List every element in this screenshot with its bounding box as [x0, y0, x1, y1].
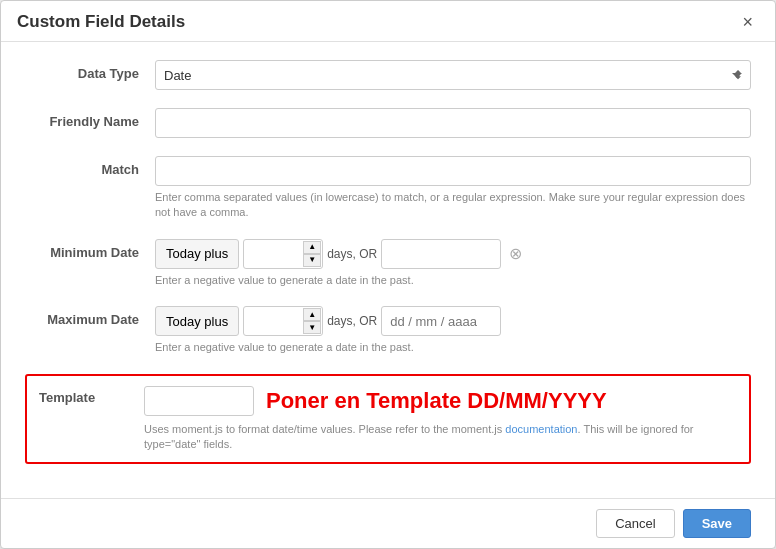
maximum-date-label: Maximum Date [25, 306, 155, 327]
maximum-date-row: Maximum Date Today plus 0 ▲ ▼ days, OR E… [25, 306, 751, 355]
template-content: DD/MM/YYYY Poner en Template DD/MM/YYYY … [144, 386, 737, 453]
friendly-name-input[interactable]: Date [155, 108, 751, 138]
minimum-date-text-input[interactable]: 01 / 01 / 1970 [381, 239, 501, 269]
template-hint: Uses moment.js to format date/time value… [144, 422, 737, 453]
minimum-clear-btn[interactable]: ⊗ [505, 244, 526, 263]
maximum-spinner-down[interactable]: ▼ [303, 321, 321, 334]
close-button[interactable]: × [736, 11, 759, 33]
minimum-spinner-down[interactable]: ▼ [303, 254, 321, 267]
maximum-date-inputs: Today plus 0 ▲ ▼ days, OR [155, 306, 751, 336]
maximum-date-control: Today plus 0 ▲ ▼ days, OR Enter a negati… [155, 306, 751, 355]
data-type-row: Data Type Date Text Number Boolean [25, 60, 751, 90]
dialog-footer: Cancel Save [1, 498, 775, 548]
dialog-body: Data Type Date Text Number Boolean Frien… [1, 42, 775, 498]
friendly-name-label: Friendly Name [25, 108, 155, 129]
minimum-today-plus-btn[interactable]: Today plus [155, 239, 239, 269]
maximum-spinner: ▲ ▼ [303, 308, 321, 334]
minimum-spinner: ▲ ▼ [303, 241, 321, 267]
save-button[interactable]: Save [683, 509, 751, 538]
template-label: Template [39, 386, 144, 405]
data-type-label: Data Type [25, 60, 155, 81]
minimum-date-inputs: Today plus ▲ ▼ days, OR 01 / 01 / 1970 ⊗ [155, 239, 751, 269]
template-input-row: DD/MM/YYYY Poner en Template DD/MM/YYYY [144, 386, 737, 416]
minimum-date-hint: Enter a negative value to generate a dat… [155, 273, 751, 288]
template-hint-before: Uses moment.js to format date/time value… [144, 423, 505, 435]
minimum-spinner-up[interactable]: ▲ [303, 241, 321, 254]
dialog-title: Custom Field Details [17, 12, 185, 32]
minimum-number-wrap: ▲ ▼ [243, 239, 323, 269]
maximum-today-plus-btn[interactable]: Today plus [155, 306, 239, 336]
data-type-select[interactable]: Date Text Number Boolean [155, 60, 751, 90]
maximum-number-wrap: 0 ▲ ▼ [243, 306, 323, 336]
data-type-select-wrap: Date Text Number Boolean [155, 60, 751, 90]
match-control: date Enter comma separated values (in lo… [155, 156, 751, 221]
match-hint: Enter comma separated values (in lowerca… [155, 190, 751, 221]
custom-field-dialog: Custom Field Details × Data Type Date Te… [0, 0, 776, 549]
maximum-date-text-input[interactable] [381, 306, 501, 336]
template-docs-link[interactable]: documentation [505, 423, 577, 435]
template-notice: Poner en Template DD/MM/YYYY [266, 388, 607, 414]
minimum-date-control: Today plus ▲ ▼ days, OR 01 / 01 / 1970 ⊗… [155, 239, 751, 288]
maximum-spinner-up[interactable]: ▲ [303, 308, 321, 321]
match-input[interactable]: date [155, 156, 751, 186]
minimum-date-row: Minimum Date Today plus ▲ ▼ days, OR 01 … [25, 239, 751, 288]
minimum-days-or-label: days, OR [327, 247, 377, 261]
maximum-date-hint: Enter a negative value to generate a dat… [155, 340, 751, 355]
friendly-name-row: Friendly Name Date [25, 108, 751, 138]
minimum-date-label: Minimum Date [25, 239, 155, 260]
maximum-days-or-label: days, OR [327, 314, 377, 328]
friendly-name-control: Date [155, 108, 751, 138]
template-input[interactable]: DD/MM/YYYY [144, 386, 254, 416]
template-section: Template DD/MM/YYYY Poner en Template DD… [25, 374, 751, 465]
cancel-button[interactable]: Cancel [596, 509, 674, 538]
match-row: Match date Enter comma separated values … [25, 156, 751, 221]
match-label: Match [25, 156, 155, 177]
data-type-control: Date Text Number Boolean [155, 60, 751, 90]
dialog-header: Custom Field Details × [1, 1, 775, 42]
